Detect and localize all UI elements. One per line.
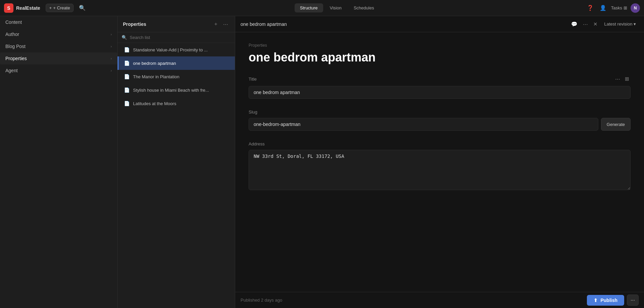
chevron-right-icon: › (111, 56, 112, 60)
item-label: The Manor in Plantation (133, 74, 179, 79)
address-field-label-row: Address (249, 141, 631, 146)
panel-header: Properties ＋ ⋯ (118, 16, 235, 32)
search-input[interactable] (130, 35, 231, 40)
properties-panel: Properties ＋ ⋯ 🔍 📄 Standalone Value-Add … (118, 16, 235, 308)
published-status: Published 2 days ago (241, 298, 282, 303)
list-item[interactable]: 📄 Stylish house in Miami Beach with fre.… (118, 83, 235, 97)
slug-label: Slug (249, 109, 257, 115)
tab-structure[interactable]: Structure (295, 3, 323, 12)
slug-field-section: Slug Generate (249, 109, 631, 131)
create-label: + Create (53, 5, 70, 10)
search-box: 🔍 (118, 32, 235, 43)
nav-tabs: Structure Vision Schedules (91, 3, 583, 12)
address-textarea[interactable]: NW 33rd St, Doral, FL 33172, USA (249, 150, 631, 190)
content-body: Properties one bedrom apartman Title ⋯ ⊞… (235, 32, 644, 292)
slug-field-label-row: Slug (249, 109, 631, 115)
doc-icon: 📄 (124, 74, 130, 79)
address-label: Address (249, 141, 265, 146)
header-more-button[interactable]: ⋯ (582, 20, 589, 28)
sidebar-item-content[interactable]: Content (0, 16, 117, 28)
title-field-actions: ⋯ ⊞ (614, 75, 631, 83)
avatar[interactable]: N (631, 3, 640, 13)
slug-input[interactable] (249, 118, 598, 131)
comment-button[interactable]: 💬 (570, 20, 579, 28)
slug-row: Generate (249, 118, 631, 131)
list-item[interactable]: 📄 Latitudes at the Moors (118, 97, 235, 110)
page-title: one bedrom apartman (249, 50, 631, 64)
user-icon-button[interactable]: 👤 (598, 3, 608, 12)
tasks-icon: ⊞ (624, 5, 627, 10)
panel-more-button[interactable]: ⋯ (222, 20, 229, 28)
title-label: Title (249, 77, 257, 82)
item-label: Stylish house in Miami Beach with fre... (133, 88, 209, 93)
app-logo: S (4, 3, 13, 13)
breadcrumb: Properties (249, 43, 631, 48)
title-field-more-button[interactable]: ⋯ (614, 75, 621, 83)
doc-icon: 📄 (124, 87, 130, 93)
content-header: one bedrom apartman 💬 ⋯ ✕ Latest revisio… (235, 16, 644, 32)
revision-label: Latest revision (604, 21, 633, 27)
bottom-actions: ⬆ Publish ⋯ (587, 295, 639, 306)
tab-schedules[interactable]: Schedules (348, 3, 380, 12)
list-items: 📄 Standalone Value-Add | Proximity to ..… (118, 43, 235, 308)
create-button[interactable]: + + Create (46, 4, 74, 12)
revision-button[interactable]: Latest revision ▾ (602, 20, 639, 28)
title-field-copy-button[interactable]: ⊞ (624, 75, 631, 83)
chevron-right-icon: › (111, 69, 112, 73)
sidebar-label-agent: Agent (5, 68, 18, 73)
close-button[interactable]: ✕ (592, 20, 599, 28)
doc-icon: 📄 (124, 60, 130, 66)
title-input[interactable] (249, 86, 631, 99)
nav-right: ❓ 👤 Tasks ⊞ N (586, 3, 640, 13)
help-icon-button[interactable]: ❓ (586, 3, 595, 12)
sidebar-item-properties[interactable]: Properties › (0, 52, 117, 64)
list-item[interactable]: 📄 The Manor in Plantation (118, 70, 235, 83)
publish-icon: ⬆ (594, 298, 598, 303)
main-layout: Content Author › Blog Post › Properties … (0, 16, 644, 308)
publish-label: Publish (600, 298, 617, 303)
publish-button[interactable]: ⬆ Publish (587, 295, 624, 306)
item-label: Latitudes at the Moors (133, 101, 176, 106)
sidebar-item-author[interactable]: Author › (0, 28, 117, 40)
chevron-right-icon: › (111, 44, 112, 48)
sidebar-item-blog-post[interactable]: Blog Post › (0, 40, 117, 52)
sidebar: Content Author › Blog Post › Properties … (0, 16, 118, 308)
tab-vision[interactable]: Vision (325, 3, 347, 12)
sidebar-item-agent[interactable]: Agent › (0, 64, 117, 77)
tasks-button[interactable]: Tasks ⊞ (611, 5, 627, 10)
address-field-section: Address NW 33rd St, Doral, FL 33172, USA (249, 141, 631, 191)
tasks-label: Tasks (611, 5, 622, 10)
title-field-section: Title ⋯ ⊞ (249, 75, 631, 99)
list-item[interactable]: 📄 Standalone Value-Add | Proximity to ..… (118, 43, 235, 56)
bottom-bar: Published 2 days ago ⬆ Publish ⋯ (235, 292, 644, 308)
add-item-button[interactable]: ＋ (212, 20, 220, 28)
document-header-title: one bedrom apartman (241, 21, 567, 27)
title-field-label-row: Title ⋯ ⊞ (249, 75, 631, 83)
brand-name: RealEstate (16, 5, 40, 11)
search-icon: 🔍 (122, 35, 127, 40)
plus-icon: + (49, 5, 52, 10)
sidebar-label-author: Author (5, 32, 19, 37)
item-label: Standalone Value-Add | Proximity to ... (133, 47, 208, 52)
chevron-down-icon: ▾ (634, 21, 636, 27)
sidebar-label-blog-post: Blog Post (5, 44, 26, 49)
list-item[interactable]: 📄 one bedrom apartman (118, 56, 235, 70)
top-nav: S RealEstate + + Create 🔍 Structure Visi… (0, 0, 644, 16)
generate-button[interactable]: Generate (601, 118, 631, 131)
item-label: one bedrom apartman (133, 61, 176, 66)
panel-title: Properties (123, 21, 146, 27)
doc-icon: 📄 (124, 101, 130, 106)
sidebar-label-content: Content (5, 19, 22, 25)
content-area: one bedrom apartman 💬 ⋯ ✕ Latest revisio… (235, 16, 644, 308)
header-actions: 💬 ⋯ ✕ Latest revision ▾ (570, 20, 639, 28)
publish-more-button[interactable]: ⋯ (627, 295, 639, 306)
chevron-right-icon: › (111, 32, 112, 36)
doc-icon: 📄 (124, 47, 130, 52)
search-button[interactable]: 🔍 (76, 3, 88, 12)
panel-header-actions: ＋ ⋯ (212, 20, 229, 28)
sidebar-label-properties: Properties (5, 56, 27, 61)
